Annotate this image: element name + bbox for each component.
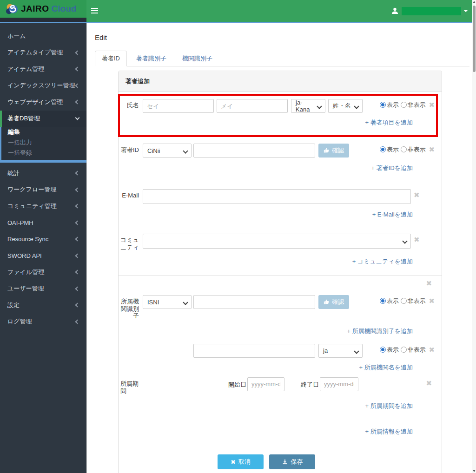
sidebar-item-workflow[interactable]: ワークフロー管理 — [0, 182, 86, 198]
radio-show[interactable]: 表示 — [380, 346, 399, 353]
radio-selected-icon — [380, 298, 386, 304]
sidebar-item-indextree[interactable]: インデックスツリー管理 — [0, 78, 86, 94]
delete-name-row-icon[interactable]: ✖ — [429, 99, 435, 108]
thumbs-up-icon — [324, 299, 330, 305]
affiliation-id-confirm-button[interactable]: 確認 — [318, 295, 349, 309]
scroll-up-arrow[interactable] — [473, 1, 476, 3]
radio-show[interactable]: 表示 — [380, 297, 399, 304]
sidebar-item-authordb[interactable]: 著者DB管理 — [0, 111, 86, 127]
jairo-logo-icon — [6, 3, 18, 15]
radio-hide[interactable]: 非表示 — [401, 101, 426, 108]
affiliation-id-scheme-select[interactable]: ISNI — [143, 295, 192, 309]
radio-hide[interactable]: 非表示 — [401, 346, 426, 353]
chevron-left-icon — [75, 50, 80, 55]
start-date-input[interactable] — [247, 377, 284, 391]
add-affiliation-period-row: + 所属期間を追加 — [126, 402, 435, 410]
sidebar-item-resourcesync[interactable]: Resource Sync — [0, 231, 86, 248]
add-affiliation-period-link[interactable]: + 所属期間を追加 — [365, 402, 413, 409]
delete-affiliation-section-icon[interactable]: ✖ — [426, 277, 432, 287]
delete-affiliation-period-row-icon[interactable]: ✖ — [426, 377, 432, 387]
delete-community-row-icon[interactable]: ✖ — [414, 234, 420, 243]
author-id-scheme-select[interactable]: CiNii — [143, 144, 192, 158]
given-name-kana-input[interactable] — [217, 99, 288, 113]
add-email-link[interactable]: + E-Mailを追加 — [372, 211, 413, 218]
tab-bar: 著者ID 著者識別子 機関識別子 — [95, 51, 469, 66]
confirm-label: 確認 — [332, 298, 344, 306]
email-input[interactable] — [143, 189, 411, 204]
sidebar-item-oaipmh[interactable]: OAI-PMH — [0, 215, 86, 231]
delete-affiliation-id-row-icon[interactable]: ✖ — [429, 295, 435, 304]
chevron-left-icon — [75, 237, 80, 242]
sidebar-bottom-group: 統計 ワークフロー管理 コミュニティ管理 OAI-PMH Resource Sy… — [0, 165, 86, 330]
delete-email-row-icon[interactable]: ✖ — [414, 189, 420, 198]
delete-affiliation-name-row-icon[interactable]: ✖ — [429, 344, 435, 353]
submenu-item-import[interactable]: 一括登録 — [1, 148, 86, 158]
affiliation-name-input[interactable] — [193, 344, 315, 358]
add-affiliation-id-link[interactable]: + 所属機関識別子を追加 — [347, 328, 413, 335]
add-affiliation-info-link[interactable]: + 所属情報を追加 — [365, 428, 413, 435]
name-order-select[interactable]: 姓・名 — [328, 99, 363, 113]
family-name-kana-input[interactable] — [143, 99, 214, 113]
affiliation-id-input[interactable] — [193, 295, 315, 309]
chevron-left-icon — [75, 286, 80, 291]
add-affiliation-name-link[interactable]: + 所属機関名を追加 — [359, 364, 413, 371]
tab-author-id[interactable]: 著者ID — [95, 51, 127, 66]
vertical-scrollbar[interactable] — [472, 0, 476, 473]
cancel-label: 取消 — [238, 458, 251, 466]
submenu-item-export[interactable]: 一括出力 — [1, 137, 86, 147]
sidebar-item-items[interactable]: アイテム管理 — [0, 61, 86, 78]
chevron-down-icon — [75, 116, 80, 120]
select-value: ja-Kana — [296, 99, 315, 113]
chevron-left-icon — [75, 187, 80, 192]
sidebar-item-label: OAI-PMH — [7, 219, 33, 226]
community-select[interactable] — [143, 234, 411, 249]
jairo-cloud-logo[interactable]: JAIRO Cloud — [0, 0, 86, 18]
cancel-button[interactable]: ✖ 取消 — [218, 454, 264, 469]
tab-author-identifier[interactable]: 著者識別子 — [130, 51, 173, 66]
add-author-id-row: + 著者IDを追加 — [126, 164, 435, 172]
sidebar-item-label: 設定 — [7, 301, 20, 309]
submenu-item-edit[interactable]: 編集 — [1, 127, 86, 137]
sidebar-item-statistics[interactable]: 統計 — [0, 165, 86, 182]
delete-author-id-row-icon[interactable]: ✖ — [429, 144, 435, 153]
affiliation-id-visibility-radios: 表示 非表示 — [379, 295, 426, 306]
affiliation-delete-row: ✖ — [126, 277, 435, 287]
radio-hide[interactable]: 非表示 — [401, 146, 426, 153]
sidebar-item-label: アイテム管理 — [7, 65, 44, 73]
sidebar-item-logs[interactable]: ログ管理 — [0, 314, 86, 330]
page-title: Edit — [95, 33, 469, 41]
end-date-input[interactable] — [320, 377, 358, 391]
sidebar-item-label: ファイル管理 — [7, 268, 44, 276]
sidebar-item-swordapi[interactable]: SWORD API — [0, 248, 86, 264]
tab-institution-identifier[interactable]: 機関識別子 — [176, 51, 219, 66]
add-author-id-link[interactable]: + 著者IDを追加 — [371, 164, 413, 171]
chevron-left-icon — [75, 171, 80, 176]
sidebar-item-files[interactable]: ファイル管理 — [0, 264, 86, 281]
sidebar-item-label: ホーム — [7, 32, 26, 40]
sidebar-item-itemtype[interactable]: アイテムタイプ管理 — [0, 45, 86, 61]
author-id-input[interactable] — [193, 144, 315, 158]
hamburger-menu-icon[interactable] — [91, 7, 98, 14]
sidebar-item-home[interactable]: ホーム — [0, 28, 86, 45]
author-id-confirm-button[interactable]: 確認 — [318, 144, 349, 158]
add-name-item-link[interactable]: + 著者項目を追加 — [365, 119, 413, 126]
x-icon: ✖ — [231, 459, 236, 466]
affiliation-name-language-select[interactable]: ja — [318, 344, 363, 358]
user-menu[interactable] — [391, 0, 468, 22]
radio-show[interactable]: 表示 — [380, 101, 399, 108]
sidebar-item-users[interactable]: ユーザー管理 — [0, 281, 86, 297]
add-community-link[interactable]: + コミュニティを追加 — [352, 258, 413, 265]
scroll-down-arrow[interactable] — [473, 470, 476, 472]
save-button[interactable]: 保存 — [269, 454, 315, 469]
download-icon — [282, 459, 288, 465]
radio-show[interactable]: 表示 — [380, 146, 399, 153]
confirm-label: 確認 — [332, 146, 344, 155]
add-affiliation-id-row: + 所属機関識別子を追加 — [126, 327, 435, 335]
radio-hide[interactable]: 非表示 — [401, 297, 426, 304]
radio-selected-icon — [380, 347, 386, 353]
scrollbar-thumb[interactable] — [473, 6, 476, 72]
sidebar-item-webdesign[interactable]: ウェブデザイン管理 — [0, 94, 86, 111]
name-language-select[interactable]: ja-Kana — [291, 99, 325, 113]
sidebar-item-settings[interactable]: 設定 — [0, 297, 86, 314]
sidebar-item-community[interactable]: コミュニティ管理 — [0, 198, 86, 215]
